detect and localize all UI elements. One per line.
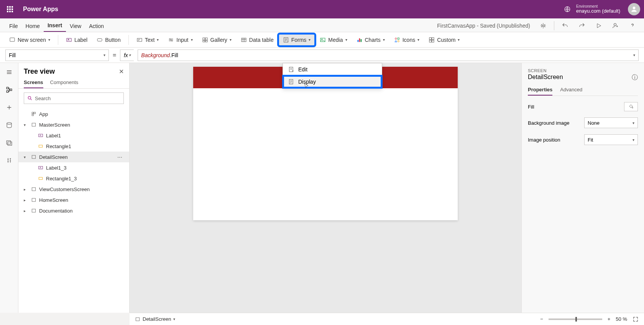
svg-rect-43 — [32, 198, 35, 201]
imgpos-select[interactable]: Fit▾ — [584, 134, 638, 145]
tab-components[interactable]: Components — [50, 79, 79, 88]
waffle-button[interactable] — [4, 3, 16, 15]
equals-sign: = — [113, 52, 116, 59]
data-icon[interactable] — [5, 120, 14, 130]
data-table-button[interactable]: Data table — [237, 35, 278, 45]
advanced-tools-icon[interactable] — [5, 156, 14, 165]
gallery-button[interactable]: Gallery▾ — [198, 35, 235, 45]
menu-file[interactable]: File — [5, 20, 22, 32]
undo-button[interactable] — [559, 20, 571, 32]
menu-home[interactable]: Home — [22, 20, 44, 32]
tree-item-rectangle1[interactable]: Rectangle1 — [18, 141, 129, 152]
more-button[interactable]: ⋯ — [117, 154, 126, 160]
charts-button[interactable]: Charts▾ — [353, 35, 389, 45]
forms-edit-label: Edit — [298, 66, 307, 73]
expand-icon[interactable]: ▸ — [24, 209, 28, 213]
props-help-button[interactable]: ⓘ — [632, 74, 638, 82]
play-button[interactable] — [593, 20, 605, 32]
tab-properties[interactable]: Properties — [528, 87, 552, 96]
tab-screens[interactable]: Screens — [24, 79, 43, 88]
selected-element-dropdown[interactable]: DetailScreen ▾ — [135, 316, 175, 322]
input-button[interactable]: Input▾ — [164, 35, 196, 45]
new-screen-button[interactable]: New screen▾ — [5, 35, 54, 45]
props-kicker: SCREEN — [528, 68, 638, 73]
forms-edit-option[interactable]: Edit — [283, 63, 382, 76]
tree-app[interactable]: App — [18, 109, 129, 119]
canvas-area[interactable]: Customer Details — [130, 63, 521, 313]
button-icon — [97, 37, 103, 43]
collapse-icon[interactable]: ▾ — [24, 123, 28, 127]
tree-item-detailscreen[interactable]: ▾ DetailScreen ⋯ — [18, 152, 129, 162]
button-button[interactable]: Button — [93, 35, 124, 45]
media-button[interactable]: Media▾ — [316, 35, 351, 45]
media-icon — [320, 37, 326, 43]
bgimage-select[interactable]: None▾ — [584, 117, 638, 128]
svg-rect-17 — [359, 38, 360, 42]
fill-swatch[interactable] — [624, 102, 638, 111]
text-label: Text — [145, 37, 155, 43]
forms-display-option[interactable]: Display — [283, 76, 382, 88]
tree-item-rectangle1-3[interactable]: Rectangle1_3 — [18, 173, 129, 184]
svg-rect-7 — [137, 38, 142, 41]
user-avatar[interactable] — [628, 3, 640, 15]
forms-display-label: Display — [298, 79, 316, 85]
tree-title: Tree view — [24, 68, 55, 76]
tree-view-icon[interactable] — [5, 85, 14, 94]
text-button[interactable]: Text▾ — [133, 35, 163, 45]
expand-icon[interactable]: ▸ — [24, 187, 28, 191]
icons-label: Icons — [402, 37, 415, 43]
tree-item-label1-3[interactable]: Label1_3 — [18, 162, 129, 173]
menu-insert[interactable]: Insert — [44, 19, 66, 32]
property-selector[interactable]: Fill ▾ — [5, 49, 109, 61]
redo-button[interactable] — [576, 20, 588, 32]
tree-item-label1[interactable]: Label1 — [18, 130, 129, 141]
button-label: Button — [105, 37, 120, 43]
svg-point-32 — [28, 96, 31, 99]
input-icon — [168, 37, 174, 43]
expand-icon[interactable]: ▸ — [24, 198, 28, 202]
help-button[interactable] — [626, 20, 639, 32]
prop-bgimage-label: Background image — [528, 120, 569, 126]
fx-button[interactable]: fx▾ — [120, 49, 134, 61]
share-button[interactable] — [610, 20, 622, 32]
svg-point-19 — [395, 38, 396, 39]
search-icon — [27, 96, 33, 101]
media-panel-icon[interactable] — [5, 138, 14, 147]
environment-selector[interactable]: Environment enayu.com (default) — [576, 4, 620, 14]
tree-search-input[interactable]: Search — [24, 92, 124, 104]
collapse-icon[interactable]: ▾ — [24, 155, 28, 159]
label-button[interactable]: Label — [62, 35, 91, 45]
zoom-out-button[interactable]: − — [540, 316, 543, 322]
svg-point-29 — [7, 122, 12, 124]
globe-icon — [564, 6, 571, 13]
zoom-in-button[interactable]: + — [608, 316, 611, 322]
screen-icon — [31, 154, 37, 160]
tree-item-documentation[interactable]: ▸ Documentation — [18, 205, 129, 216]
menu-action[interactable]: Action — [85, 20, 108, 32]
tree-item-viewcustomers[interactable]: ▸ ViewCustomersScreen — [18, 184, 129, 195]
custom-button[interactable]: Custom▾ — [425, 35, 463, 45]
tree-item-label: Label1_3 — [46, 165, 67, 171]
canvas-frame[interactable]: Customer Details — [193, 67, 458, 220]
formula-input[interactable]: Background.Fill ▾ — [138, 49, 639, 61]
app-checker-icon[interactable] — [537, 20, 549, 32]
fit-screen-button[interactable] — [632, 316, 639, 322]
forms-dropdown: Edit Display — [283, 63, 382, 88]
tree-item-masterscreen[interactable]: ▾ MasterScreen — [18, 119, 129, 130]
selected-element-name: DetailScreen — [143, 316, 171, 322]
zoom-slider[interactable] — [549, 318, 602, 320]
forms-button[interactable]: Forms▾ — [279, 35, 315, 45]
separator — [128, 35, 129, 45]
tab-advanced[interactable]: Advanced — [560, 87, 582, 96]
icons-button[interactable]: Icons▾ — [390, 35, 423, 45]
app-title: Power Apps — [23, 6, 58, 13]
chevron-down-icon: ▾ — [230, 38, 232, 42]
svg-point-1 — [633, 7, 636, 9]
menu-view[interactable]: View — [66, 20, 85, 32]
add-button[interactable] — [5, 103, 14, 112]
tree-item-homescreen[interactable]: ▸ HomeScreen — [18, 195, 129, 205]
close-panel-button[interactable]: ✕ — [119, 68, 124, 75]
hamburger-button[interactable] — [5, 68, 14, 77]
waffle-icon — [7, 6, 13, 12]
screen-icon — [31, 208, 37, 214]
